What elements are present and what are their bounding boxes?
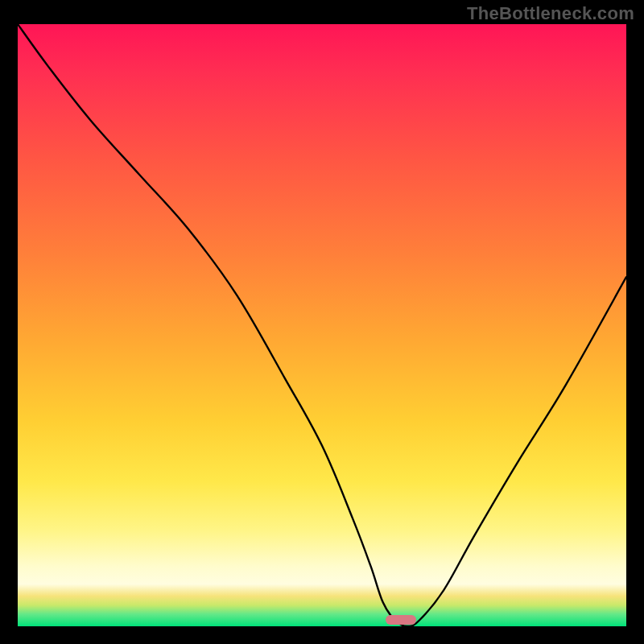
- bottleneck-curve: [18, 24, 626, 626]
- plot-area: [18, 24, 626, 626]
- optimum-marker: [386, 615, 416, 625]
- chart-frame: TheBottleneck.com: [0, 0, 644, 644]
- watermark-text: TheBottleneck.com: [467, 3, 634, 24]
- bottleneck-curve-path: [18, 24, 626, 626]
